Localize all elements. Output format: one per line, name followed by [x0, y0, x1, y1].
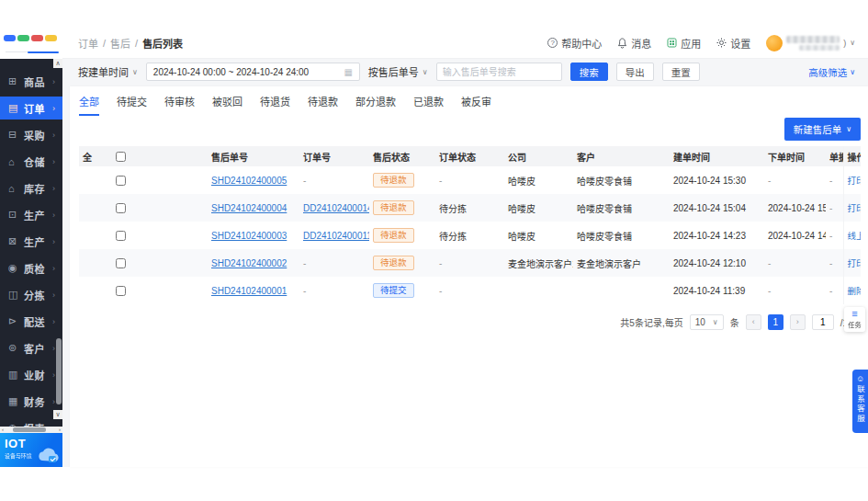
number-field-select[interactable]: 按售后单号 ∨ [368, 64, 428, 79]
after-sale-no-link[interactable]: SHD24102400004 [211, 203, 287, 213]
tab-待退货[interactable]: 待退货 [260, 94, 290, 116]
page-1-button[interactable]: 1 [768, 314, 783, 330]
logo-bar [17, 35, 29, 41]
scroll-up-icon[interactable]: ∧ [53, 59, 62, 68]
row-checkbox[interactable] [116, 176, 126, 186]
created-at-cell: 2024-10-24 11:39 [670, 277, 764, 304]
help-icon: ? [547, 38, 558, 48]
customer-cell [573, 277, 670, 304]
customer-service-tab[interactable]: ☺ 联系客服 [852, 370, 868, 433]
logo-swoosh [28, 51, 59, 53]
breadcrumb-orders[interactable]: 订单 [78, 36, 98, 51]
after-sale-no-link[interactable]: SHD24102400002 [211, 258, 287, 268]
sidebar-item-quality[interactable]: ◉ 质检 › [0, 256, 62, 279]
help-center-button[interactable]: ? 帮助中心 [547, 36, 602, 51]
print-link[interactable]: 打印 [848, 258, 862, 268]
tab-待提交[interactable]: 待提交 [117, 94, 147, 116]
after-sale-no-link[interactable]: SHD24102400005 [211, 176, 287, 186]
sidebar-item-production2[interactable]: ⊠ 生产 › [0, 230, 62, 253]
print-link[interactable]: 打印 [848, 176, 862, 186]
customer-cell: 麦金地演示客户 [573, 249, 670, 277]
sidebar-item-label: 订单 [24, 101, 45, 116]
select-all-checkbox[interactable] [116, 152, 126, 162]
sidebar-item-label: 客户 [24, 341, 45, 356]
after-sale-no-link[interactable]: SHD24102400001 [211, 286, 287, 296]
prev-page-button[interactable]: ‹ [746, 314, 761, 330]
customer-service-label: 联系客服 [855, 385, 866, 424]
date-range-input[interactable]: 2024-10-24 00:00 ~ 2024-10-24 24:00 ▦ [146, 63, 360, 81]
customer-cell: 哈喽皮零食铺 [573, 222, 670, 249]
online-refund-link[interactable]: 线上退款 [848, 231, 862, 241]
settings-button[interactable]: 设置 [716, 36, 750, 51]
tab-部分退款[interactable]: 部分退款 [355, 94, 396, 116]
scroll-left-icon[interactable]: ‹ [2, 427, 4, 433]
row-checkbox[interactable] [116, 258, 126, 268]
tab-全部[interactable]: 全部 [79, 94, 99, 116]
page-size-unit: 条 [730, 315, 739, 329]
sidebar-vertical-scrollbar[interactable]: ∧ ∨ [55, 59, 62, 427]
next-page-button[interactable]: › [790, 314, 806, 330]
messages-button[interactable]: 消息 [617, 36, 651, 51]
order-no-link[interactable]: DD24102400011 [303, 231, 369, 241]
sidebar-item-label: 采购 [24, 128, 45, 142]
layers-icon: ≡ [844, 309, 865, 319]
row-checkbox[interactable] [116, 286, 126, 296]
print-link[interactable]: 打印 [848, 203, 862, 213]
iot-banner[interactable]: IOT 设备与环境 [0, 433, 62, 467]
sidebar-item-label: 质检 [24, 261, 45, 276]
after-sale-no-link[interactable]: SHD24102400003 [211, 231, 287, 241]
sidebar-item-label: 业财 [24, 368, 45, 382]
sidebar-horizontal-scrollbar[interactable]: ‹ › [0, 427, 62, 433]
scroll-down-icon[interactable]: ∨ [53, 410, 62, 419]
user-name-suffix: ) [843, 39, 846, 48]
tab-待审核[interactable]: 待审核 [164, 94, 195, 116]
scrollbar-thumb[interactable] [13, 427, 46, 432]
sidebar-item-delivery[interactable]: ⊳ 配送 › [0, 310, 62, 333]
sidebar-item-orders[interactable]: ▤ 订单 › [0, 97, 62, 120]
sidebar-item-inventory[interactable]: ⌂ 库存 › [0, 176, 62, 199]
sidebar-item-warehouse[interactable]: ⌂ 仓储 › [0, 150, 62, 173]
sidebar-item-purchase[interactable]: ⊟ 采购 › [0, 123, 62, 146]
page-jump-input[interactable] [812, 314, 834, 330]
page-size-select[interactable]: 10 ∨ [690, 314, 724, 330]
reset-button[interactable]: 重置 [662, 63, 700, 81]
export-button[interactable]: 导出 [616, 63, 654, 81]
sorting-icon: ◫ [8, 289, 21, 301]
messages-label: 消息 [631, 36, 651, 51]
tab-被反审[interactable]: 被反审 [461, 94, 491, 116]
advanced-filter-link[interactable]: 高级筛选 ∨ [808, 65, 855, 79]
tab-被驳回[interactable]: 被驳回 [212, 94, 242, 116]
row-checkbox[interactable] [116, 231, 126, 241]
sidebar-item-label: 生产 [24, 208, 45, 222]
task-widget[interactable]: ≡ 任务 [844, 307, 865, 332]
user-menu[interactable]: ) ∨ [766, 35, 855, 51]
calendar-icon: ▦ [344, 67, 352, 77]
breadcrumb-aftersale[interactable]: 售后 [110, 36, 130, 51]
avatar [766, 35, 783, 51]
sidebar-item-label: 生产 [24, 234, 45, 249]
order-no-link[interactable]: DD24102400014 [303, 203, 369, 213]
ordered-at-cell: 2024-10-24 15:03 [764, 194, 826, 222]
row-checkbox[interactable] [116, 203, 126, 213]
customer-cell: 哈喽皮零食铺 [573, 166, 670, 194]
sidebar-item-biz-finance[interactable]: ▥ 业财 › [0, 363, 62, 386]
new-after-sale-button[interactable]: 新建售后单 ∨ [784, 118, 861, 141]
search-button[interactable]: 搜索 [570, 63, 608, 81]
table-header-row: 全 售后单号 订单号 售后状态 订单状态 公司 客户 建单时间 下单时间 单据 [79, 146, 861, 166]
task-label: 任务 [845, 320, 864, 329]
sidebar-item-sorting[interactable]: ◫ 分拣 › [0, 283, 62, 306]
status-tabs: 全部待提交待审核被驳回待退货待退款部分退款已退款被反审 [77, 92, 868, 116]
apps-button[interactable]: 应用 [667, 36, 701, 51]
tab-待退款[interactable]: 待退款 [308, 94, 338, 116]
time-field-select[interactable]: 按建单时间 ∨ [78, 64, 138, 79]
delete-link[interactable]: 删除 [848, 286, 862, 296]
tab-已退款[interactable]: 已退款 [413, 94, 444, 116]
sidebar-item-production[interactable]: ⊡ 生产 › [0, 203, 62, 226]
search-input[interactable] [436, 63, 562, 81]
sidebar-item-products[interactable]: ⊞ 商品 › [0, 70, 62, 93]
company-cell: 麦金地演示客户1 [504, 249, 573, 277]
scroll-right-icon[interactable]: › [59, 427, 61, 433]
sidebar-item-customers[interactable]: ⊚ 客户 › [0, 336, 62, 359]
scrollbar-thumb[interactable] [56, 338, 62, 404]
quality-icon: ◉ [8, 262, 21, 274]
